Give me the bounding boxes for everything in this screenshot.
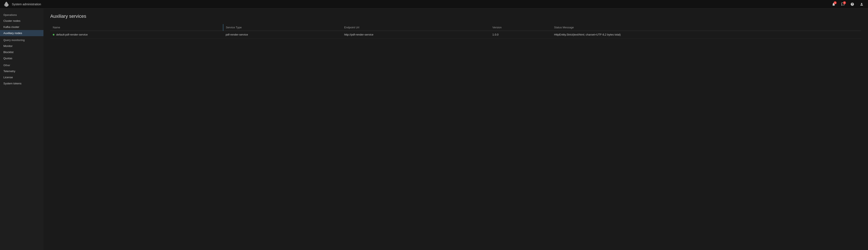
col-header-endpoint-url: Endpoint Url xyxy=(342,24,490,31)
auxiliary-services-table-container: Name Service Type Endpoint Url Version S… xyxy=(50,24,861,38)
help-button[interactable] xyxy=(849,1,855,7)
sidebar-item-cluster-nodes[interactable]: Cluster nodes xyxy=(0,18,43,24)
sidebar: Operations Cluster nodes Kafka cluster A… xyxy=(0,8,43,250)
table-header-row: Name Service Type Endpoint Url Version S… xyxy=(50,24,861,31)
sidebar-section-other: Other xyxy=(0,61,43,68)
sidebar-item-system-tokens[interactable]: System tokens xyxy=(0,80,43,86)
col-header-name: Name xyxy=(50,24,223,31)
page-title: Auxiliary services xyxy=(50,13,861,19)
col-header-service-type: Service Type xyxy=(223,24,342,31)
col-header-version: Version xyxy=(490,24,552,31)
table-body: default-pdf-render-service pdf-render-se… xyxy=(50,31,861,38)
col-header-status-message: Status Message xyxy=(552,24,861,31)
messages-button[interactable]: 1 xyxy=(840,1,846,7)
header-left: System administration xyxy=(3,1,41,7)
notifications-button[interactable]: 1 xyxy=(831,1,837,7)
sidebar-item-telemetry[interactable]: Telemetry xyxy=(0,68,43,74)
service-name-value: default-pdf-render-service xyxy=(56,33,88,36)
sidebar-section-operations: Operations xyxy=(0,11,43,18)
table-row: default-pdf-render-service pdf-render-se… xyxy=(50,31,861,38)
notifications-badge: 1 xyxy=(834,1,837,4)
cell-name: default-pdf-render-service xyxy=(50,31,223,38)
sidebar-item-kafka-cluster[interactable]: Kafka cluster xyxy=(0,24,43,30)
header-title: System administration xyxy=(12,3,41,6)
sidebar-item-license[interactable]: License xyxy=(0,74,43,80)
sidebar-item-auxiliary-nodes[interactable]: Auxiliary nodes xyxy=(0,30,43,36)
sidebar-item-quotas[interactable]: Quotas xyxy=(0,55,43,61)
table-header: Name Service Type Endpoint Url Version S… xyxy=(50,24,861,31)
cell-service-type: pdf-render-service xyxy=(223,31,342,38)
cell-endpoint-url: http://pdf-render-service xyxy=(342,31,490,38)
messages-badge: 1 xyxy=(843,1,846,4)
app-logo-icon xyxy=(3,1,9,7)
header-right: 1 1 xyxy=(831,1,865,7)
sidebar-item-monitor[interactable]: Monitor xyxy=(0,43,43,49)
cell-status-message: HttpEntity.Strict(text/html; charset=UTF… xyxy=(552,31,861,38)
status-indicator-dot xyxy=(53,34,55,36)
app-header: System administration 1 1 xyxy=(0,0,868,8)
account-button[interactable] xyxy=(859,1,865,7)
main-layout: Operations Cluster nodes Kafka cluster A… xyxy=(0,8,868,250)
cell-version: 1.0.0 xyxy=(490,31,552,38)
auxiliary-services-table: Name Service Type Endpoint Url Version S… xyxy=(50,24,861,38)
sidebar-item-blocklist[interactable]: Blocklist xyxy=(0,49,43,55)
sidebar-section-query-monitoring: Query monitoring xyxy=(0,36,43,43)
main-content: Auxiliary services Name Service Type End… xyxy=(43,8,868,250)
